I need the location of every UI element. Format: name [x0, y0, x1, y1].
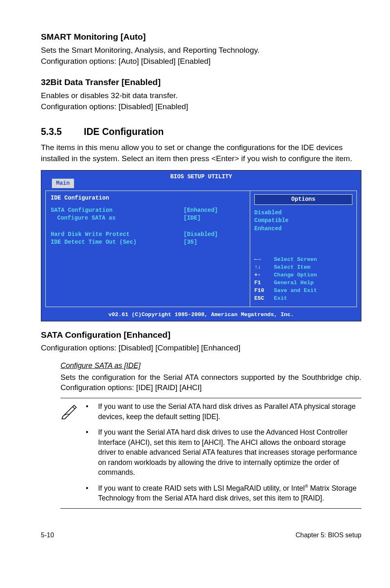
bios-tab-main: Main: [52, 179, 74, 189]
hint-key: ↑↓: [254, 264, 274, 272]
data-transfer-heading: 32Bit Data Transfer [Enabled]: [41, 76, 361, 88]
text: Enables or disables 32-bit data transfer…: [41, 91, 178, 100]
bullet-text: If you want the Serial ATA hard disk dri…: [98, 427, 361, 478]
hint-text: Change Option: [274, 272, 317, 279]
hint-key: ESC: [254, 295, 274, 303]
text: Configuration options: [Auto] [Disabled]…: [41, 57, 211, 65]
hint-text: General Help: [274, 279, 314, 287]
section-number: 5.3.5: [41, 125, 84, 138]
bios-label: Configure SATA as: [51, 214, 184, 222]
hint-key: F1: [254, 279, 274, 287]
hint-text: Save and Exit: [274, 287, 317, 295]
text: Sets the Smart Monitoring, Analysis, and…: [41, 46, 260, 54]
bios-value: [Enhanced]: [184, 206, 245, 215]
smart-monitoring-heading: SMART Monitoring [Auto]: [41, 31, 361, 43]
data-transfer-desc: Enables or disables 32-bit data transfer…: [41, 90, 361, 112]
note-block: • If you want to use the Serial ATA hard…: [61, 398, 361, 509]
bios-key-hints: ←→Select Screen ↑↓Select Item +-Change O…: [254, 233, 352, 303]
bios-row-configure-sata: Configure SATA as [IDE]: [51, 214, 245, 222]
ide-config-section-heading: 5.3.5IDE Configuration: [41, 125, 361, 138]
bios-label: IDE Detect Time Out (Sec): [51, 238, 184, 247]
hint-key: +-: [254, 272, 274, 279]
text: If you want to create RAID sets with LSI…: [98, 484, 305, 492]
bios-value: [Disabled]: [184, 231, 245, 239]
smart-monitoring-desc: Sets the Smart Monitoring, Analysis, and…: [41, 45, 361, 67]
bios-title: BIOS SETUP UTILITY: [170, 173, 232, 180]
bullet-item: • If you want to use the Serial ATA hard…: [86, 402, 361, 422]
bios-option: Enhanced: [254, 225, 352, 233]
section-title: IDE Configuration: [84, 126, 164, 137]
ide-config-intro: The items in this menu allow you to set …: [41, 142, 361, 164]
hint-key: F10: [254, 287, 274, 295]
bios-options-title: Options: [254, 194, 352, 205]
bios-row-write-protect: Hard Disk Write Protect [Disabled]: [51, 231, 245, 239]
bios-option: Compatible: [254, 217, 352, 225]
bullet-dot: •: [86, 402, 98, 422]
bios-row-spacer: [51, 222, 245, 231]
bios-value: [35]: [184, 238, 245, 247]
bios-left-panel: IDE Configuration SATA Configuration [En…: [46, 191, 250, 306]
bullet-text: If you want to use the Serial ATA hard d…: [98, 402, 361, 422]
sata-config-heading: SATA Configuration [Enhanced]: [41, 329, 361, 341]
bios-setup-screenshot: BIOS SETUP UTILITY Main IDE Configuratio…: [41, 170, 361, 322]
configure-sata-link: Configure SATA as [IDE]: [61, 361, 361, 371]
bios-option: Disabled: [254, 209, 352, 217]
bios-row-sata-config: SATA Configuration [Enhanced]: [51, 206, 245, 215]
bullet-item: • If you want to create RAID sets with L…: [86, 483, 361, 503]
page-footer: 5-10 Chapter 5: BIOS setup: [0, 521, 390, 550]
chapter-label: Chapter 5: BIOS setup: [296, 531, 361, 540]
configure-sata-desc: Sets the configuration for the Serial AT…: [61, 372, 361, 393]
text: Configuration options: [Disabled] [Enabl…: [41, 102, 188, 111]
bios-section-title: IDE Configuration: [51, 194, 245, 202]
note-bullets: • If you want to use the Serial ATA hard…: [86, 402, 361, 505]
bios-value: [IDE]: [184, 214, 245, 222]
registered-mark: ®: [305, 484, 308, 489]
bullet-dot: •: [86, 483, 98, 503]
bullet-text: If you want to create RAID sets with LSI…: [98, 483, 361, 503]
bios-row-detect-timeout: IDE Detect Time Out (Sec) [35]: [51, 238, 245, 247]
bios-label: Hard Disk Write Protect: [51, 231, 184, 239]
hint-text: Exit: [274, 295, 287, 303]
bullet-dot: •: [86, 427, 98, 478]
bios-footer: v02.61 (C)Copyright 1985-2008, American …: [41, 310, 361, 321]
bios-right-panel: Options Disabled Compatible Enhanced ←→S…: [250, 191, 356, 306]
hint-text: Select Screen: [274, 256, 317, 264]
note-icon: [61, 402, 86, 505]
bios-label: SATA Configuration: [51, 206, 184, 215]
hint-text: Select Item: [274, 264, 310, 272]
hint-key: ←→: [254, 256, 274, 264]
sata-config-options: Configuration options: [Disabled] [Compa…: [41, 343, 361, 354]
page-number: 5-10: [41, 531, 54, 540]
bullet-item: • If you want the Serial ATA hard disk d…: [86, 427, 361, 478]
